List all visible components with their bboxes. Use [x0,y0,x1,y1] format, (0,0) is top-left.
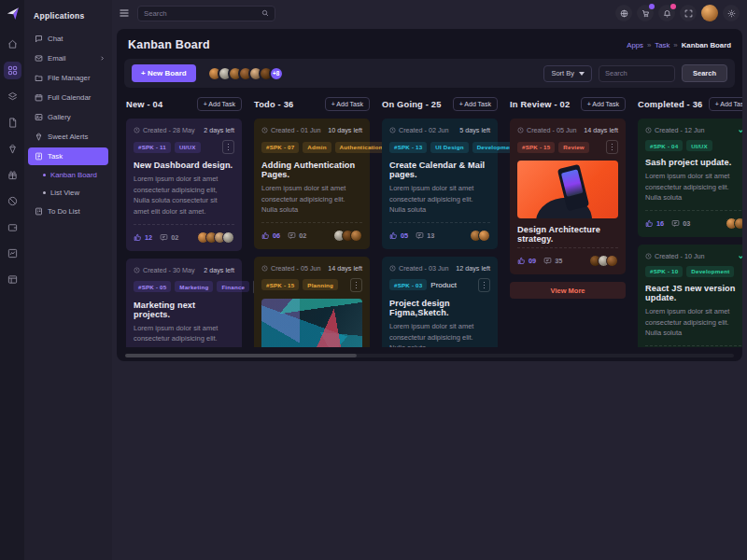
card-menu-icon[interactable] [478,278,490,292]
column-cards: Created - 12 Jun #SPK - 04 UI/UX Sash pr… [638,119,742,347]
sidebar-item-label: Email [48,54,66,63]
app-logo-icon[interactable] [5,6,21,21]
card-tag: UI Design [430,142,468,153]
gear-icon[interactable] [723,5,740,21]
fullscreen-icon[interactable] [680,5,697,21]
like-count[interactable]: 09 [517,257,536,265]
task-card[interactable]: Created - 02 Jun 5 days left #SPK - 13 U… [382,119,498,249]
card-created: Created - 02 Jun [399,126,449,134]
comment-count[interactable]: 35 [543,257,562,265]
sort-by-dropdown[interactable]: Sort By [543,65,592,82]
like-count[interactable]: 16 [645,219,664,228]
add-task-button[interactable]: + Add Task [197,97,242,111]
avatar[interactable] [222,231,234,244]
task-card[interactable]: Created - 10 Jun #SPK - 10 Development R… [638,245,742,347]
column-header: New - 04 + Add Task [126,97,242,111]
add-task-button[interactable]: + Add Task [453,97,498,111]
scrollbar-thumb[interactable] [125,354,357,357]
search-icon[interactable] [261,9,269,17]
cart-icon[interactable] [637,5,654,21]
comment-icon [671,219,680,228]
language-icon[interactable] [615,5,632,21]
sidebar-item-email[interactable]: Email [24,49,112,68]
chart-icon[interactable] [4,245,21,262]
breadcrumb-task[interactable]: Task [655,41,669,49]
sidebar-item-label: Chat [48,35,63,43]
task-card[interactable]: Created - 05 Jun 14 days left #SPK - 15 … [510,119,626,274]
new-board-button[interactable]: + New Board [132,64,196,82]
sidebar-item-chat[interactable]: Chat [24,29,112,49]
card-created: Created - 30 May [143,266,195,274]
hamburger-menu-icon[interactable] [119,7,130,19]
sidebar-subitem-list-view[interactable]: List View [24,184,112,202]
view-more-button[interactable]: View More [510,282,626,299]
gift-icon[interactable] [4,166,21,184]
avatar[interactable] [606,255,618,267]
card-avatars [201,231,234,244]
sidebar-header: Applications [24,4,112,29]
task-icon [35,152,43,161]
home-icon[interactable] [4,35,21,53]
sidebar-item-sweet-alerts[interactable]: Sweet Alerts [24,127,112,147]
card-created: Created - 03 Jun [399,264,449,273]
like-count[interactable]: 12 [134,233,152,242]
member-avatar-group: +8 [203,66,284,81]
breadcrumb-apps[interactable]: Apps [627,41,643,49]
card-avatars [593,255,618,267]
column-title: New - 04 [126,100,162,109]
task-card[interactable]: Created - 28 May 2 days left #SPK - 11 U… [126,119,242,251]
apps-icon[interactable] [4,62,21,79]
sidebar-item-full-calendar[interactable]: Full Calendar [24,88,112,107]
avatar[interactable] [350,230,362,242]
card-tag: #SPK - 07 [261,142,299,153]
comment-count[interactable]: 02 [160,233,178,242]
avatar[interactable] [478,230,490,242]
sidebar: Applications Chat Email File Manager Ful… [24,0,112,560]
card-tag: #SPK - 15 [261,279,299,290]
sidebar-item-label: Gallery [48,113,71,121]
horizontal-scrollbar[interactable] [125,354,734,357]
like-count[interactable]: 06 [261,231,280,240]
task-card[interactable]: Created - 12 Jun #SPK - 04 UI/UX Sash pr… [638,119,742,237]
card-title: Marketing next projects. [134,301,234,319]
thumbs-up-icon [261,231,270,240]
card-menu-icon[interactable] [350,278,362,292]
comment-count[interactable]: 02 [288,231,306,240]
sidebar-item-task[interactable]: Task [28,147,108,165]
add-task-button[interactable]: + Add Task [325,97,370,111]
sidebar-subitem-kanban-board[interactable]: Kanban Board [24,166,112,184]
main-area: Kanban Board Apps » Task » Kanban Board … [112,0,747,560]
card-created: Created - 12 Jun [655,126,705,134]
board-search-button[interactable]: Search [682,64,727,82]
add-task-button[interactable]: + Add Task [709,97,742,111]
task-card[interactable]: Created - 30 May 2 days left #SPK - 05 M… [126,259,242,348]
like-count[interactable]: 05 [389,231,408,240]
card-menu-icon[interactable] [222,140,234,154]
sidebar-item-to-do-list[interactable]: To Do List [24,202,112,221]
wallet-icon[interactable] [4,218,21,236]
table-icon[interactable] [4,271,21,288]
card-menu-icon[interactable] [606,140,618,154]
card-tag: #SPK - 11 [134,142,171,153]
task-card[interactable]: Created - 05 Jun 14 days left #SPK - 15 … [254,257,370,347]
card-description: Lorem ipsum dolor sit amet consectetur a… [134,323,234,348]
layers-icon[interactable] [4,88,21,105]
gem-icon[interactable] [4,140,21,158]
task-card[interactable]: Created - 01 Jun 10 days left #SPK - 07 … [254,119,370,249]
user-avatar[interactable] [701,5,718,21]
add-task-button[interactable]: + Add Task [581,97,626,111]
comment-count[interactable]: 13 [416,231,434,240]
card-tag: #SPK - 03 [389,279,427,290]
card-tag: Authentication [335,142,388,153]
ban-icon[interactable] [4,192,21,210]
sidebar-item-gallery[interactable]: Gallery [24,107,112,127]
avatar[interactable] [734,217,742,230]
avatar-overflow-badge[interactable]: +8 [269,66,284,81]
sidebar-item-file-manager[interactable]: File Manager [24,68,112,88]
comment-count[interactable]: 03 [671,219,690,228]
file-icon[interactable] [4,114,21,132]
topbar-search-input[interactable] [144,9,258,18]
board-search-input[interactable] [599,65,675,82]
task-card[interactable]: Created - 03 Jun 12 days left #SPK - 03 … [382,257,498,347]
bell-icon[interactable] [658,5,675,21]
